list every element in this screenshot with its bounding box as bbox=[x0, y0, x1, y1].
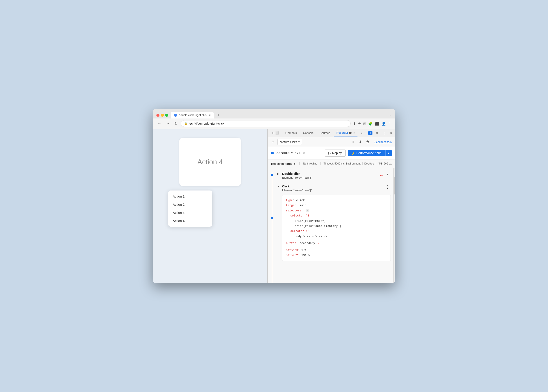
recording-header: capture clicks ✏ ▷ Replay ⚡ Performance … bbox=[268, 147, 395, 160]
url-text: jec.fyi/demo/dbl-right-click bbox=[189, 122, 224, 125]
step-more-button-2[interactable]: ⋮ bbox=[384, 185, 391, 189]
desktop-label: Desktop bbox=[364, 162, 374, 165]
nav-bar: ← → ↻ 🔒 jec.fyi/demo/dbl-right-click ⬆ ★… bbox=[153, 119, 395, 129]
send-feedback-link[interactable]: Send feedback bbox=[374, 140, 392, 144]
devtools-tab-icons: 1 ⚙ ⋮ × bbox=[368, 130, 393, 136]
timeline-dot-2 bbox=[271, 217, 273, 219]
replay-settings-title: Replay settings bbox=[271, 162, 292, 165]
dimensions-label: 458×566 px bbox=[378, 162, 392, 165]
step-more-button-1[interactable]: ⋮ bbox=[384, 172, 391, 177]
action-card: Action 4 bbox=[179, 138, 241, 186]
recording-select-value: capture clicks bbox=[280, 140, 297, 144]
tab-close-button[interactable]: × bbox=[209, 114, 211, 117]
step-click-header[interactable]: ▼ Click Element "[role="main"]" ⋮ bbox=[276, 182, 393, 194]
tab-more[interactable]: » bbox=[358, 129, 365, 137]
export-button[interactable]: ⬆ bbox=[350, 139, 356, 145]
tab-recorder[interactable]: Recorder 🎥 × bbox=[334, 129, 358, 137]
webpage-content: Action 4 Action 1 Action 2 Action 3 Acti… bbox=[153, 129, 267, 283]
code-line-body-main: body > main > aside bbox=[286, 234, 387, 239]
traffic-lights bbox=[156, 114, 168, 117]
step-expand-icon: ▶ bbox=[277, 172, 281, 175]
tab-sources[interactable]: Sources bbox=[317, 129, 333, 137]
devtools-panel: ⊡ ⬜ Elements Console Sources Recorder 🎥 … bbox=[267, 129, 395, 283]
code-line-selector1: selector #1: bbox=[286, 213, 387, 218]
browser-window: double click, right click × + ⌄ ← → ↻ 🔒 … bbox=[153, 109, 395, 283]
environment-label: Environment bbox=[346, 162, 361, 165]
replay-button[interactable]: ▷ Replay bbox=[325, 149, 346, 157]
menu-item-action3[interactable]: Action 3 bbox=[168, 209, 212, 217]
window-chevron[interactable]: ⌄ bbox=[389, 113, 392, 117]
code-block: type: click target: main selectors: R se… bbox=[282, 195, 391, 261]
perf-panel-label: Performance panel bbox=[356, 151, 382, 155]
tab-console[interactable]: Console bbox=[300, 129, 316, 137]
devtools-scrollbar[interactable] bbox=[393, 168, 395, 283]
tab-elements[interactable]: Elements bbox=[282, 129, 300, 137]
replay-settings-right: Environment Desktop 458×566 px bbox=[346, 162, 392, 165]
step-double-click-element: Element "[role="main"]" bbox=[282, 176, 377, 179]
active-tab[interactable]: double click, right click × bbox=[171, 112, 214, 119]
step-double-click-info: Double click Element "[role="main"]" bbox=[282, 172, 377, 179]
devtools-settings-button[interactable]: ⚙ bbox=[374, 130, 380, 136]
delete-button[interactable]: 🗑 bbox=[365, 139, 371, 145]
code-line-selector2: selector #2: bbox=[286, 229, 387, 234]
more-options-icon[interactable]: ⋮ bbox=[388, 122, 392, 126]
recording-select[interactable]: capture clicks ▾ bbox=[277, 139, 302, 145]
replay-settings-left: Replay settings ▶ No throttling | Timeou… bbox=[271, 162, 345, 166]
selector-icon: R bbox=[306, 209, 309, 212]
replay-label: Replay bbox=[332, 151, 342, 155]
close-traffic-light[interactable] bbox=[156, 114, 160, 117]
devtools-icon[interactable]: ⬛ bbox=[375, 122, 379, 126]
tab-inspect-icon[interactable]: ⊡ ⬜ bbox=[269, 129, 281, 137]
title-bar: double click, right click × + ⌄ bbox=[153, 109, 395, 119]
performance-panel-button[interactable]: ⚡ Performance panel bbox=[348, 150, 386, 156]
maximize-traffic-light[interactable] bbox=[165, 114, 168, 117]
devtools-more-button[interactable]: ⋮ bbox=[381, 130, 387, 136]
forward-button[interactable]: → bbox=[165, 121, 171, 126]
steps-container: ▶ Double click Element "[role="main"]" ←… bbox=[268, 168, 395, 283]
red-arrow-2: ← bbox=[318, 240, 321, 246]
back-button[interactable]: ← bbox=[156, 121, 162, 126]
puzzle-icon[interactable]: 🧩 bbox=[368, 122, 373, 126]
code-line-offsetx: offsetX: 171 bbox=[286, 248, 387, 253]
step-click-info: Click Element "[role="main"]" bbox=[282, 185, 384, 192]
address-bar[interactable]: 🔒 jec.fyi/demo/dbl-right-click bbox=[181, 120, 351, 127]
performance-panel-dropdown[interactable]: ▾ bbox=[386, 150, 392, 156]
step-click-title: Click bbox=[282, 185, 384, 188]
devtools-close-button[interactable]: × bbox=[389, 130, 393, 136]
context-menu: Action 1 Action 2 Action 3 Action 4 bbox=[168, 190, 212, 227]
code-line-aria-complementary: aria/[role="complementary"] bbox=[286, 224, 387, 229]
timeline-track bbox=[272, 172, 272, 283]
step-double-click-title: Double click bbox=[282, 172, 377, 175]
replay-play-icon: ▷ bbox=[328, 151, 331, 155]
recording-status-dot bbox=[271, 152, 274, 154]
step-click-expand-icon: ▼ bbox=[277, 185, 281, 188]
scrollbar-thumb[interactable] bbox=[394, 177, 395, 195]
share-icon[interactable]: ⬆ bbox=[353, 122, 356, 126]
tab-favicon bbox=[174, 114, 177, 117]
step-double-click-header[interactable]: ▶ Double click Element "[role="main"]" ←… bbox=[276, 170, 393, 182]
perf-icon: ⚡ bbox=[351, 151, 355, 155]
new-tab-button[interactable]: + bbox=[215, 112, 221, 118]
settings-divider: | bbox=[320, 162, 321, 166]
refresh-button[interactable]: ↻ bbox=[173, 121, 179, 127]
bookmark-icon[interactable]: ★ bbox=[358, 122, 361, 126]
import-button[interactable]: ⬇ bbox=[358, 139, 363, 145]
edit-title-icon[interactable]: ✏ bbox=[303, 151, 306, 155]
env-divider bbox=[362, 162, 363, 165]
add-recording-button[interactable]: + bbox=[271, 140, 275, 145]
profile-icon[interactable]: 👤 bbox=[381, 122, 386, 126]
action4-text: Action 4 bbox=[197, 158, 223, 166]
steps-list: ▶ Double click Element "[role="main"]" ←… bbox=[276, 168, 393, 283]
replay-settings-expand-icon[interactable]: ▶ bbox=[294, 162, 296, 165]
nav-icons: ⬆ ★ ⊞ 🧩 ⬛ 👤 ⋮ bbox=[353, 122, 392, 126]
no-throttling-label: No throttling bbox=[303, 162, 317, 165]
extension-icon[interactable]: ⊞ bbox=[363, 122, 366, 126]
lock-icon: 🔒 bbox=[184, 122, 187, 125]
menu-item-action4[interactable]: Action 4 bbox=[168, 217, 212, 225]
menu-item-action2[interactable]: Action 2 bbox=[168, 200, 212, 209]
step-double-click: ▶ Double click Element "[role="main"]" ←… bbox=[276, 170, 393, 182]
menu-item-action1[interactable]: Action 1 bbox=[168, 192, 212, 200]
minimize-traffic-light[interactable] bbox=[161, 114, 164, 117]
dropdown-arrow-icon: ▾ bbox=[298, 140, 300, 144]
code-line-aria-main: aria/[role="main"] bbox=[286, 218, 387, 224]
